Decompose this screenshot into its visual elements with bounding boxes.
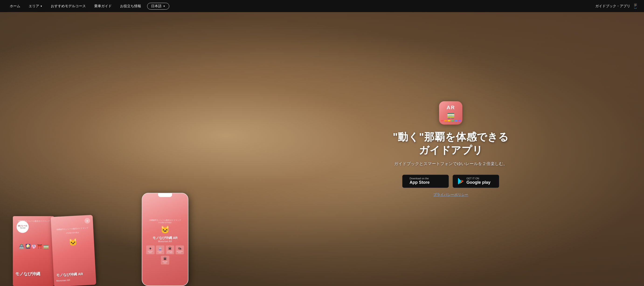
hero-section: ゆいレール Yui-rail 🏯 🎑 👘 ⛩️ 🚃 沖縄都市モノレール観光ガイド…: [0, 12, 644, 286]
appstore-text: Download on the App Store: [410, 177, 430, 185]
app-icon-rainbow: [441, 120, 461, 121]
googleplay-text: GET IT ON Google play: [466, 177, 490, 185]
language-selector[interactable]: 日本語 ▼: [147, 3, 169, 9]
nav-ride-guide[interactable]: 乗車ガイド: [90, 0, 116, 12]
appstore-button[interactable]: Download on the App Store: [402, 175, 449, 188]
book-title-1: モノなび沖縄: [15, 271, 52, 277]
app-icon-train: 🚃: [447, 111, 455, 119]
app-icon: AR 🚃: [439, 101, 462, 125]
phone-screen: 沖縄都市モノレール観光ガイドマップ 27分間の空中散歩 🐱 モノなび沖縄 AR …: [142, 193, 188, 286]
hero-content-area: AR 🚃 "動く"那覇を体感できる ガイドアプリ ガイドブックとスマートフォンで…: [290, 97, 612, 202]
guidebook-app-link[interactable]: ガイドブック・アプリ 📱: [595, 3, 638, 9]
book-title-2: モノなび沖縄 AR: [56, 271, 94, 278]
nav-home[interactable]: ホーム: [6, 0, 24, 12]
guidebooks-display: ゆいレール Yui-rail 🏯 🎑 👘 ⛩️ 🚃 沖縄都市モノレール観光ガイド…: [13, 216, 83, 286]
store-buttons-container: Download on the App Store GET IT ON Goog…: [294, 175, 607, 188]
app-icon-ar-label: AR: [447, 105, 455, 111]
lang-chevron-icon: ▼: [163, 5, 165, 7]
hero-subtext: ガイドブックとスマートフォンでゆいレールを２倍楽しむ。: [294, 160, 607, 167]
phone-notch: [158, 193, 172, 197]
book-subtitle-2: Mononavi AR: [56, 278, 94, 282]
phone-mockup: 沖縄都市モノレール観光ガイドマップ 27分間の空中散歩 🐱 モノなび沖縄 AR …: [142, 193, 188, 286]
app-icon-wrapper: AR 🚃: [294, 101, 607, 125]
nav-area[interactable]: エリア ▼: [24, 0, 47, 12]
book-mononavi: ゆいレール Yui-rail 🏯 🎑 👘 ⛩️ 🚃 沖縄都市モノレール観光ガイド…: [13, 216, 55, 286]
nav-model-course[interactable]: おすすめモデルコース: [47, 0, 90, 12]
privacy-policy-link[interactable]: プライバシーポリシー: [294, 192, 607, 197]
phone-icon: 📱: [632, 3, 638, 9]
googleplay-button[interactable]: GET IT ON Google play: [452, 175, 499, 188]
book-mononavi-ar: ⚙ 沖縄都市モノレール観光ガイドマップ 27分間の空中散歩 🐱 モノなび沖縄 A…: [50, 215, 96, 286]
yui-rail-logo: ゆいレール Yui-rail: [16, 221, 29, 233]
hero-headline: "動く"那覇を体感できる ガイドアプリ: [294, 130, 607, 157]
google-play-icon: [458, 178, 464, 184]
chevron-down-icon: ▼: [40, 5, 42, 7]
book-subtitle-1: 沖縄都市モノレール観光ガイドマップ: [13, 220, 55, 222]
navigation: ホーム エリア ▼ おすすめモデルコース 乗車ガイド お役立ち情報 日本語 ▼ …: [0, 0, 644, 12]
nav-useful-info[interactable]: お役立ち情報: [116, 0, 145, 12]
